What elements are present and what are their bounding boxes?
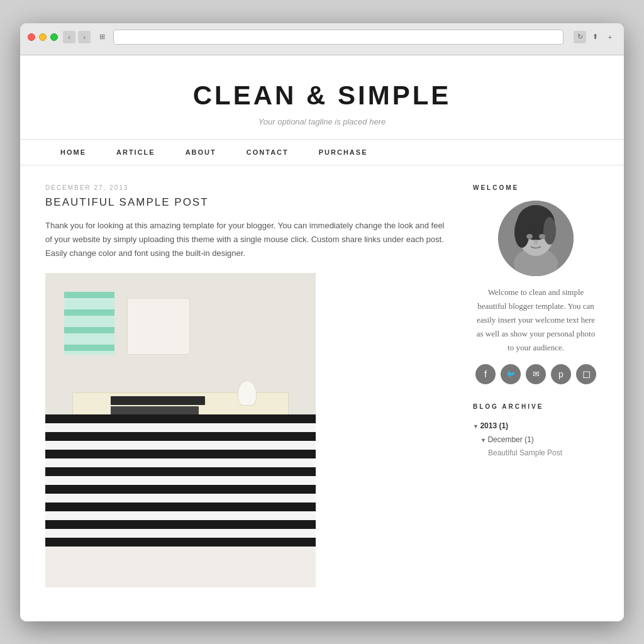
nav-buttons: ‹ › bbox=[63, 31, 91, 43]
archive-month-label[interactable]: December (1) bbox=[487, 435, 533, 444]
archive-year: ▼ 2013 (1) bbox=[473, 419, 599, 433]
rug-stripe bbox=[45, 502, 316, 511]
nav-list: HOME ARTICLE ABOUT CONTACT PURCHASE bbox=[45, 140, 599, 165]
sofa-cushion-striped bbox=[64, 292, 114, 355]
rug-stripe bbox=[45, 414, 316, 423]
nav-item-home[interactable]: HOME bbox=[45, 140, 101, 165]
book-2 bbox=[111, 406, 199, 415]
sidebar-welcome-heading: WELCOME bbox=[473, 184, 599, 191]
instagram-icon[interactable]: ◻ bbox=[576, 364, 596, 384]
archive-triangle-year: ▼ bbox=[473, 423, 480, 430]
nav-item-purchase[interactable]: PURCHASE bbox=[304, 140, 383, 165]
rug-stripe bbox=[45, 511, 316, 520]
rug-stripe bbox=[45, 467, 316, 476]
site-header: CLEAN & SIMPLE Your optional tagline is … bbox=[20, 55, 624, 140]
nav-item-about[interactable]: ABOUT bbox=[170, 140, 231, 165]
traffic-lights bbox=[28, 33, 58, 41]
post-title: BEAUTIFUL SAMPLE POST bbox=[45, 196, 448, 209]
archive-post-label: Beautiful Sample Post bbox=[488, 448, 562, 457]
svg-point-8 bbox=[534, 240, 538, 245]
email-icon[interactable]: ✉ bbox=[526, 364, 546, 384]
rug-stripe bbox=[45, 458, 316, 467]
browser-chrome: ‹ › ⊞ ↻ ⬆ + bbox=[20, 23, 624, 55]
site-tagline: Your optional tagline is placed here bbox=[33, 117, 611, 126]
browser-top-bar: ‹ › ⊞ ↻ ⬆ + bbox=[28, 30, 616, 45]
close-button[interactable] bbox=[28, 33, 35, 41]
book-1 bbox=[111, 396, 205, 405]
browser-window: ‹ › ⊞ ↻ ⬆ + CLEAN & SIMPLE Your optional… bbox=[20, 23, 624, 621]
website-content: CLEAN & SIMPLE Your optional tagline is … bbox=[20, 55, 624, 621]
nav-item-article[interactable]: ARTICLE bbox=[101, 140, 170, 165]
new-tab-button[interactable]: + bbox=[604, 31, 616, 43]
rug-stripe bbox=[45, 520, 316, 529]
minimize-button[interactable] bbox=[39, 33, 47, 41]
vase bbox=[238, 380, 257, 406]
sidebar: WELCOME bbox=[473, 184, 599, 587]
sidebar-archive: BLOG ARCHIVE ▼ 2013 (1) ▼ December (1) B… bbox=[473, 403, 599, 460]
facebook-icon[interactable]: f bbox=[475, 364, 496, 384]
share-button[interactable]: ⬆ bbox=[589, 31, 601, 43]
svg-point-5 bbox=[543, 217, 556, 245]
social-icons: f 🐦 ✉ p ◻ bbox=[473, 364, 599, 384]
main-content: DECEMBER 27, 2013 BEAUTIFUL SAMPLE POST … bbox=[45, 184, 448, 587]
post-excerpt: Thank you for looking at this amazing te… bbox=[45, 219, 448, 260]
svg-point-6 bbox=[526, 234, 533, 239]
rug-stripe bbox=[45, 494, 316, 502]
rug-stripe bbox=[45, 529, 316, 538]
rug-stripe bbox=[45, 485, 316, 494]
pinterest-icon[interactable]: p bbox=[551, 364, 571, 384]
sidebar-archive-heading: BLOG ARCHIVE bbox=[473, 403, 599, 410]
rug-stripe bbox=[45, 450, 316, 458]
svg-point-7 bbox=[539, 234, 545, 239]
rug bbox=[45, 414, 316, 587]
post-image bbox=[45, 273, 316, 587]
address-bar[interactable] bbox=[113, 30, 564, 45]
browser-right-buttons: ↻ ⬆ + bbox=[574, 31, 616, 43]
nav-link-article[interactable]: ARTICLE bbox=[101, 140, 170, 165]
sidebar-welcome: WELCOME bbox=[473, 184, 599, 384]
nav-link-purchase[interactable]: PURCHASE bbox=[304, 140, 383, 165]
archive-triangle-month: ▼ bbox=[480, 437, 487, 443]
rug-stripe bbox=[45, 423, 316, 432]
rug-stripe bbox=[45, 476, 316, 485]
sofa-cushion-white bbox=[127, 298, 190, 355]
svg-point-4 bbox=[514, 216, 530, 248]
archive-month: ▼ December (1) bbox=[480, 433, 599, 447]
nav-link-home[interactable]: HOME bbox=[45, 140, 101, 165]
site-body: DECEMBER 27, 2013 BEAUTIFUL SAMPLE POST … bbox=[20, 165, 624, 606]
nav-link-contact[interactable]: CONTACT bbox=[231, 140, 304, 165]
forward-button[interactable]: › bbox=[78, 31, 91, 43]
archive-post[interactable]: Beautiful Sample Post bbox=[488, 447, 599, 460]
nav-item-contact[interactable]: CONTACT bbox=[231, 140, 304, 165]
tab-view-button[interactable]: ⊞ bbox=[96, 31, 108, 43]
reload-button[interactable]: ↻ bbox=[574, 31, 586, 43]
rug-stripe bbox=[45, 432, 316, 441]
welcome-photo bbox=[498, 201, 574, 276]
site-title: CLEAN & SIMPLE bbox=[33, 80, 611, 111]
rug-stripe bbox=[45, 538, 316, 547]
nav-link-about[interactable]: ABOUT bbox=[170, 140, 231, 165]
post-image-scene bbox=[45, 273, 316, 587]
sidebar-welcome-text: Welcome to clean and simple beautiful bl… bbox=[473, 286, 599, 355]
portrait-svg bbox=[498, 201, 574, 276]
archive-item: ▼ 2013 (1) ▼ December (1) Beautiful Samp… bbox=[473, 419, 599, 460]
main-nav: HOME ARTICLE ABOUT CONTACT PURCHASE bbox=[20, 140, 624, 165]
rug-stripe bbox=[45, 441, 316, 450]
back-button[interactable]: ‹ bbox=[63, 31, 75, 43]
maximize-button[interactable] bbox=[50, 33, 58, 41]
archive-year-label[interactable]: 2013 (1) bbox=[480, 421, 508, 430]
twitter-icon[interactable]: 🐦 bbox=[501, 364, 521, 384]
post-date: DECEMBER 27, 2013 bbox=[45, 184, 448, 191]
